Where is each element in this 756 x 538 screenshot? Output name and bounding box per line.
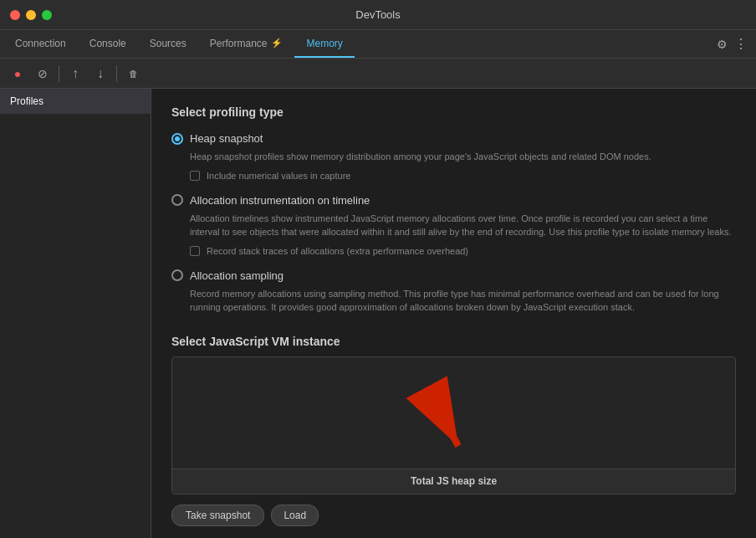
toolbar: ● ⊘ ↑ ↓ 🗑 [0, 59, 756, 89]
checkbox-numerical-row[interactable]: Include numerical values in capture [190, 171, 736, 181]
vm-instance-box: Total JS heap size [171, 356, 736, 494]
checkbox-stacktraces-label: Record stack traces of allocations (extr… [207, 246, 468, 256]
toolbar-divider-2 [116, 65, 117, 82]
tab-connection[interactable]: Connection [3, 30, 78, 58]
radio-allocation-timeline-circle[interactable] [171, 194, 183, 206]
load-button[interactable]: Load [271, 505, 319, 526]
checkbox-numerical-label: Include numerical values in capture [207, 171, 350, 181]
select-profiling-title: Select profiling type [171, 105, 736, 119]
radio-heap-snapshot-circle[interactable] [171, 133, 183, 145]
profiling-options: Heap snapshot Heap snapshot profiles sho… [171, 132, 736, 315]
heap-snapshot-desc: Heap snapshot profiles show memory distr… [190, 150, 736, 164]
stop-button[interactable]: ⊘ [32, 63, 54, 85]
main-layout: Profiles Select profiling type Heap snap… [0, 89, 756, 538]
gear-icon [717, 38, 728, 51]
checkbox-numerical[interactable] [190, 171, 200, 181]
option-allocation-sampling: Allocation sampling Record memory alloca… [171, 269, 736, 315]
titlebar: DevTools [0, 0, 756, 30]
radio-allocation-sampling[interactable]: Allocation sampling [171, 269, 736, 282]
download-button[interactable]: ↓ [89, 63, 111, 85]
tabbar: Connection Console Sources Performance ⚡… [0, 30, 756, 59]
minimize-button[interactable] [26, 10, 36, 20]
more-icon [734, 36, 748, 52]
radio-allocation-sampling-circle[interactable] [171, 269, 183, 281]
performance-icon: ⚡ [271, 38, 283, 49]
option-allocation-timeline: Allocation instrumentation on timeline A… [171, 194, 736, 256]
titlebar-title: DevTools [355, 8, 400, 21]
vm-section: Select JavaScript VM instance Total JS [171, 335, 736, 494]
toolbar-divider-1 [59, 65, 59, 82]
allocation-sampling-label: Allocation sampling [190, 269, 284, 282]
content-area: Select profiling type Heap snapshot Heap… [151, 89, 756, 538]
allocation-timeline-label: Allocation instrumentation on timeline [190, 194, 370, 207]
svg-line-1 [429, 392, 458, 446]
arrow-svg [404, 375, 504, 475]
action-buttons: Take snapshot Load [171, 505, 736, 533]
tab-performance[interactable]: Performance ⚡ [198, 30, 295, 58]
tab-sources[interactable]: Sources [138, 30, 198, 58]
devtools-settings[interactable] [708, 30, 756, 58]
checkbox-stacktraces[interactable] [190, 246, 200, 256]
allocation-timeline-desc: Allocation timelines show instrumented J… [190, 212, 736, 239]
maximize-button[interactable] [42, 10, 52, 20]
tab-memory[interactable]: Memory [294, 30, 354, 58]
vm-bottom-bar: Total JS heap size [172, 469, 735, 494]
traffic-lights [10, 10, 52, 20]
checkbox-stacktraces-row[interactable]: Record stack traces of allocations (extr… [190, 246, 736, 256]
heap-snapshot-label: Heap snapshot [190, 132, 263, 145]
sidebar: Profiles [0, 89, 151, 538]
clear-button[interactable]: 🗑 [122, 63, 144, 85]
take-snapshot-button[interactable]: Take snapshot [171, 505, 264, 526]
upload-button[interactable]: ↑ [64, 63, 86, 85]
option-heap-snapshot: Heap snapshot Heap snapshot profiles sho… [171, 132, 736, 181]
sidebar-item-profiles[interactable]: Profiles [0, 89, 151, 114]
vm-section-title: Select JavaScript VM instance [171, 335, 736, 348]
allocation-sampling-desc: Record memory allocations using sampling… [190, 287, 736, 315]
record-button[interactable]: ● [7, 63, 28, 85]
close-button[interactable] [10, 10, 20, 20]
tab-console[interactable]: Console [78, 30, 138, 58]
radio-allocation-timeline[interactable]: Allocation instrumentation on timeline [171, 194, 736, 207]
radio-heap-snapshot[interactable]: Heap snapshot [171, 132, 736, 145]
vm-bottom-label: Total JS heap size [411, 475, 497, 487]
